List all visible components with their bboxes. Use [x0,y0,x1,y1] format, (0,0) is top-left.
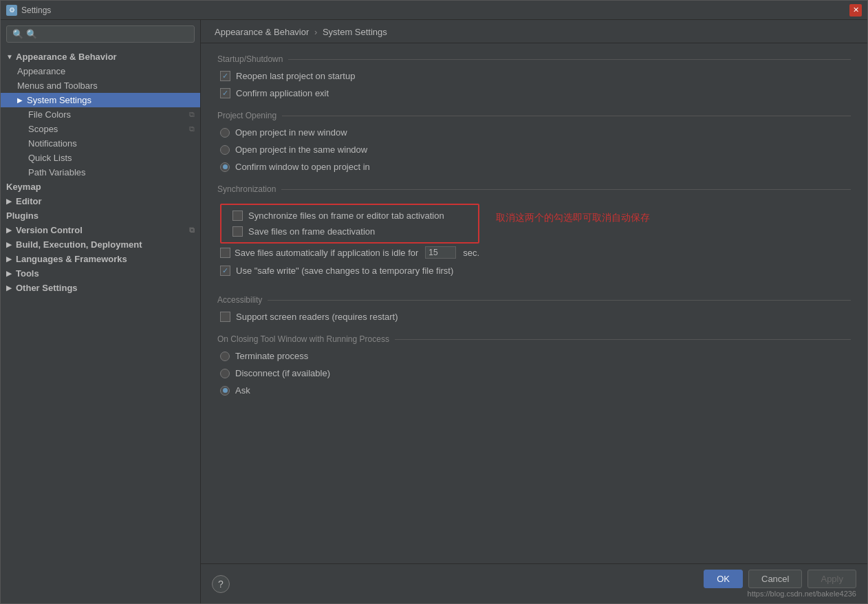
sidebar-item-editor[interactable]: ▶ Editor [1,194,200,208]
radio-new-window[interactable] [220,128,230,138]
radio-new-window-label[interactable]: Open project in new window [220,127,347,138]
save-idle-option: Save files automatically if application … [217,246,479,259]
radio-new-window-option: Open project in new window [217,127,851,138]
sync-files-text: Synchronize files on frame or editor tab… [248,211,444,221]
breadcrumb-part1: Appearance & Behavior [215,27,309,37]
sidebar-item-label: Languages & Frameworks [16,254,127,264]
save-idle-input[interactable] [425,246,456,259]
screen-readers-checkbox[interactable] [220,312,230,322]
search-icon: 🔍 [12,29,23,39]
sidebar-item-languages-frameworks[interactable]: ▶ Languages & Frameworks [1,252,200,266]
save-frame-label[interactable]: Save files on frame deactivation [232,226,375,237]
sidebar: 🔍 ▼ Appearance & Behavior Appearance Men… [1,20,201,603]
disconnect-label[interactable]: Disconnect (if available) [220,368,330,378]
project-opening-label: Project Opening [217,111,851,120]
sidebar-item-build-execution[interactable]: ▶ Build, Execution, Deployment [1,237,200,252]
app-icon: ⚙ [6,5,17,16]
save-idle-label[interactable]: Save files automatically if application … [220,246,479,259]
sidebar-item-menus-toolbars[interactable]: Menus and Toolbars [1,78,200,93]
safe-write-checkbox[interactable] [220,266,230,276]
radio-same-window-text: Open project in the same window [235,144,367,155]
sidebar-item-file-colors[interactable]: File Colors ⧉ [1,107,200,122]
copy-icon: ⧉ [189,125,195,133]
breadcrumb-part2: System Settings [323,27,387,37]
sidebar-item-label: Notifications [28,138,77,149]
main-content: 🔍 ▼ Appearance & Behavior Appearance Men… [1,20,867,603]
terminate-label[interactable]: Terminate process [220,351,308,361]
project-opening-section: Project Opening Open project in new wind… [217,111,851,172]
action-buttons: OK Cancel Apply [704,570,856,588]
chevron-down-icon: ▼ [6,53,13,61]
titlebar: ⚙ Settings ✕ [1,1,867,20]
safe-write-text: Use "safe write" (save changes to a temp… [236,266,453,276]
sidebar-item-label: Build, Execution, Deployment [16,239,142,250]
reopen-label[interactable]: Reopen last project on startup [220,71,355,81]
radio-confirm-option: Confirm window to open project in [217,162,851,172]
radio-confirm-label[interactable]: Confirm window to open project in [220,162,370,172]
sidebar-item-tools[interactable]: ▶ Tools [1,266,200,281]
search-input[interactable] [26,29,188,39]
disconnect-option: Disconnect (if available) [217,368,851,378]
ask-radio[interactable] [220,386,230,396]
reopen-checkbox[interactable] [220,71,230,81]
annotation-text: 取消这两个的勾选即可取消自动保存 [496,212,650,224]
save-idle-unit: sec. [463,248,479,258]
close-button[interactable]: ✕ [849,4,862,17]
closing-section: On Closing Tool Window with Running Proc… [217,334,851,396]
save-idle-text: Save files automatically if application … [235,248,418,258]
accessibility-section-label: Accessibility [217,295,851,305]
save-idle-checkbox[interactable] [220,248,230,258]
save-frame-checkbox[interactable] [232,226,243,237]
sidebar-item-other-settings[interactable]: ▶ Other Settings [1,281,200,295]
ok-button[interactable]: OK [704,570,743,588]
sync-files-checkbox[interactable] [232,211,243,221]
breadcrumb: Appearance & Behavior › System Settings [201,20,867,43]
radio-confirm-text: Confirm window to open project in [235,162,370,172]
disconnect-text: Disconnect (if available) [235,368,330,378]
radio-confirm[interactable] [220,162,230,172]
startup-section-label: Startup/Shutdown [217,54,851,64]
safe-write-label[interactable]: Use "safe write" (save changes to a temp… [220,266,453,276]
apply-button[interactable]: Apply [807,570,856,588]
sidebar-item-label: Keymap [6,182,41,192]
ask-text: Ask [235,385,250,396]
sidebar-item-notifications[interactable]: Notifications [1,136,200,151]
sidebar-item-quick-lists[interactable]: Quick Lists [1,151,200,165]
breadcrumb-separator: › [314,27,317,37]
sidebar-item-keymap[interactable]: Keymap [1,180,200,194]
sync-files-label[interactable]: Synchronize files on frame or editor tab… [232,211,444,221]
sidebar-item-appearance-behavior[interactable]: ▼ Appearance & Behavior [1,50,200,64]
sidebar-item-label: Menus and Toolbars [17,80,98,91]
cancel-button[interactable]: Cancel [748,570,802,588]
radio-same-window-label[interactable]: Open project in the same window [220,144,367,155]
sidebar-item-version-control[interactable]: ▶ Version Control ⧉ [1,223,200,237]
confirm-exit-label[interactable]: Confirm application exit [220,88,329,98]
copy-icon: ⧉ [189,226,195,235]
terminate-option: Terminate process [217,351,851,361]
ask-label[interactable]: Ask [220,385,250,396]
terminate-radio[interactable] [220,352,230,361]
screen-readers-label[interactable]: Support screen readers (requires restart… [220,312,398,322]
help-button[interactable]: ? [212,575,230,593]
sync-section-label: Synchronization [217,184,851,194]
sidebar-item-label: Tools [16,268,39,279]
disconnect-radio[interactable] [220,369,230,378]
window-title: Settings [21,6,849,15]
sidebar-item-path-variables[interactable]: Path Variables [1,165,200,180]
sync-files-option: Synchronize files on frame or editor tab… [230,211,470,221]
confirm-exit-checkbox[interactable] [220,88,230,98]
search-box[interactable]: 🔍 [6,25,195,43]
radio-same-window[interactable] [220,145,230,155]
sidebar-item-label: Appearance [17,66,65,76]
sidebar-item-plugins[interactable]: Plugins [1,208,200,223]
highlight-box: Synchronize files on frame or editor tab… [220,204,479,244]
chevron-right-icon: ▶ [6,241,13,248]
sidebar-item-system-settings[interactable]: ▶ System Settings [1,93,200,107]
radio-new-window-text: Open project in new window [235,127,347,138]
startup-section: Startup/Shutdown Reopen last project on … [217,54,851,98]
content-panel: Appearance & Behavior › System Settings … [201,20,867,603]
ask-option: Ask [217,385,851,396]
sidebar-item-scopes[interactable]: Scopes ⧉ [1,122,200,136]
sidebar-item-label: Editor [16,196,42,206]
sidebar-item-appearance[interactable]: Appearance [1,64,200,78]
